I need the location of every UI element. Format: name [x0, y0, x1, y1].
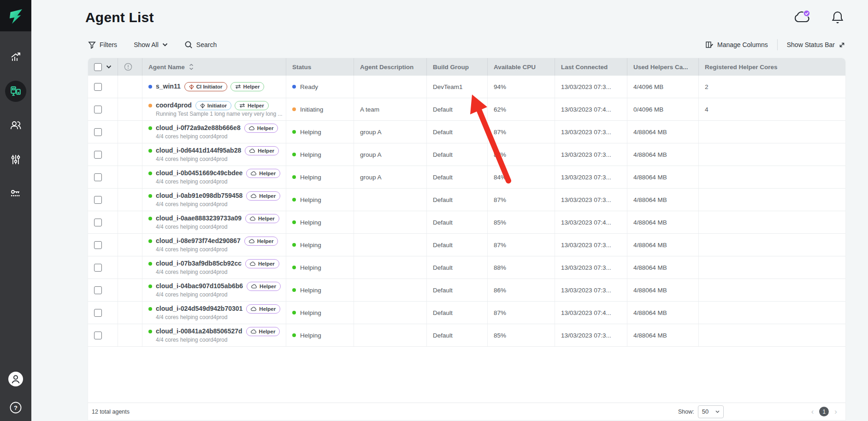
- logo-icon: [6, 6, 25, 25]
- row-checkbox[interactable]: [94, 151, 102, 159]
- row-checkbox[interactable]: [94, 106, 102, 113]
- status-dot: [292, 130, 296, 134]
- agent-subtitle: 4/4 cores helping coord4prod: [156, 337, 280, 344]
- row-checkbox[interactable]: [94, 128, 102, 136]
- row-registered-cores-cell: [699, 143, 845, 166]
- header-agent-name[interactable]: Agent Name: [142, 58, 286, 76]
- agents-icon: [10, 85, 22, 97]
- header-available-cpu[interactable]: Available CPU: [488, 58, 555, 76]
- row-alert-cell: [118, 76, 142, 98]
- status-label: Helping: [300, 129, 321, 136]
- table-row[interactable]: s_win11 CI InitiatorHelper Ready DevTeam…: [88, 76, 845, 98]
- row-name-cell: cloud_i-0f72a9a2e88b666e8 Helper 4/4 cor…: [142, 121, 286, 143]
- row-checkbox[interactable]: [94, 83, 102, 91]
- select-menu-caret-icon[interactable]: [106, 65, 112, 69]
- table-row[interactable]: cloud_i-08e973f74ed290867 Helper 4/4 cor…: [88, 234, 845, 256]
- show-label: Show:: [678, 409, 694, 415]
- header-status[interactable]: Status: [286, 58, 354, 76]
- row-checkbox[interactable]: [94, 219, 102, 226]
- sidebar-bottom: ?: [5, 368, 26, 421]
- row-checkbox[interactable]: [94, 196, 102, 204]
- table-row[interactable]: cloud_i-0f72a9a2e88b666e8 Helper 4/4 cor…: [88, 121, 845, 143]
- status-dot: [292, 198, 296, 202]
- sidebar-item-dashboard[interactable]: [5, 47, 26, 68]
- show-status-bar-button[interactable]: Show Status Bar: [787, 41, 845, 48]
- table-row[interactable]: cloud_i-0b0451669c49cbdee Helper 4/4 cor…: [88, 166, 845, 189]
- header-last-connected[interactable]: Last Connected: [555, 58, 627, 76]
- help-button[interactable]: ?: [5, 397, 26, 418]
- row-checkbox[interactable]: [94, 286, 102, 294]
- show-all-dropdown[interactable]: Show All: [134, 41, 168, 48]
- row-checkbox[interactable]: [94, 173, 102, 181]
- row-checkbox[interactable]: [94, 264, 102, 272]
- agents-table-card: Agent Name Status Agent Description Buil…: [88, 58, 845, 420]
- badge-cloud: Helper: [247, 282, 281, 291]
- table-row[interactable]: cloud_i-00841a24b8506527d Helper 4/4 cor…: [88, 324, 845, 347]
- sort-icon[interactable]: [189, 64, 194, 70]
- sidebar-item-license[interactable]: [5, 183, 26, 204]
- page-title: Agent List: [85, 10, 154, 25]
- row-select-cell: [88, 324, 118, 346]
- table-row[interactable]: coord4prod InitiatorHelper Running Test …: [88, 98, 845, 121]
- user-avatar[interactable]: [5, 368, 26, 390]
- cloud-sync-button[interactable]: [793, 10, 812, 25]
- swap-arrows-icon: [239, 103, 245, 108]
- sidebar-item-users[interactable]: [5, 115, 26, 136]
- header-registered-cores[interactable]: Registered Helper Cores: [699, 58, 845, 76]
- notifications-button[interactable]: [831, 10, 844, 25]
- sidebar-item-agents[interactable]: [5, 81, 26, 102]
- row-used-helpers-cell: 4/4096 MB: [627, 76, 699, 98]
- manage-columns-button[interactable]: Manage Columns: [705, 41, 768, 48]
- agent-badges: Helper: [245, 259, 279, 268]
- header-used-helpers[interactable]: Used Helpers Ca...: [627, 58, 699, 76]
- row-status-cell: Helping: [286, 143, 354, 166]
- alert-icon: [124, 63, 132, 71]
- prev-page-button[interactable]: ‹: [811, 408, 814, 415]
- toolbar: Filters Show All Search Manage Columns S…: [88, 38, 845, 52]
- filters-button[interactable]: Filters: [88, 41, 117, 49]
- next-page-button[interactable]: ›: [834, 408, 837, 415]
- table-row[interactable]: cloud_i-07b3af9db85cb92cc Helper 4/4 cor…: [88, 256, 845, 279]
- table-row[interactable]: cloud_i-024d549d942b70301 Helper 4/4 cor…: [88, 302, 845, 324]
- row-checkbox[interactable]: [94, 332, 102, 339]
- select-all-checkbox[interactable]: [94, 63, 102, 71]
- agent-name: cloud_i-08e973f74ed290867: [156, 237, 241, 245]
- table-row[interactable]: cloud_i-04bac907d105ab6b6 Helper 4/4 cor…: [88, 279, 845, 302]
- current-page-button[interactable]: 1: [819, 407, 829, 416]
- agent-subtitle: 4/4 cores helping coord4prod: [156, 224, 279, 231]
- header-build-group[interactable]: Build Group: [427, 58, 488, 76]
- table-row[interactable]: cloud_i-0ab91e098db759458 Helper 4/4 cor…: [88, 189, 845, 211]
- row-name-cell: cloud_i-04bac907d105ab6b6 Helper 4/4 cor…: [142, 279, 286, 301]
- row-cpu-cell: 87%: [488, 143, 555, 166]
- badge-cloud: Helper: [246, 169, 280, 178]
- row-last-connected-cell: 13/03/2023 07:3...: [555, 76, 627, 98]
- row-build-group-cell: Default: [427, 324, 488, 346]
- row-checkbox[interactable]: [94, 309, 102, 317]
- search-button[interactable]: Search: [184, 41, 217, 49]
- table-row[interactable]: cloud_i-0aae8883239733a09 Helper 4/4 cor…: [88, 211, 845, 234]
- sidebar-item-settings[interactable]: [5, 149, 26, 170]
- table-row[interactable]: cloud_i-0d6441d144f95ab28 Helper 4/4 cor…: [88, 143, 845, 166]
- row-build-group-cell: Default: [427, 279, 488, 301]
- cloud-icon: [249, 126, 255, 130]
- page-size-select[interactable]: 50: [698, 405, 724, 418]
- row-last-connected-cell: 13/03/2023 07:3...: [555, 279, 627, 301]
- row-name-cell: cloud_i-00841a24b8506527d Helper 4/4 cor…: [142, 324, 286, 346]
- table-body: s_win11 CI InitiatorHelper Ready DevTeam…: [88, 76, 845, 347]
- total-agents-label: 12 total agents: [92, 409, 130, 415]
- row-alert-cell: [118, 189, 142, 211]
- row-last-connected-cell: 13/03/2023 07:3...: [555, 324, 627, 346]
- users-icon: [10, 119, 22, 131]
- badge-cloud: Helper: [244, 237, 278, 246]
- header-description[interactable]: Agent Description: [354, 58, 427, 76]
- app-logo[interactable]: [0, 0, 31, 31]
- row-used-helpers-cell: 4/88064 MB: [627, 189, 699, 211]
- toolbar-divider: [777, 39, 778, 50]
- agent-status-dot: [148, 194, 152, 198]
- row-last-connected-cell: 13/03/2023 07:3...: [555, 121, 627, 143]
- row-description-cell: A team: [354, 98, 427, 120]
- row-cpu-cell: 87%: [488, 234, 555, 256]
- row-description-cell: group A: [354, 121, 427, 143]
- row-checkbox[interactable]: [94, 241, 102, 249]
- filters-label: Filters: [100, 41, 117, 48]
